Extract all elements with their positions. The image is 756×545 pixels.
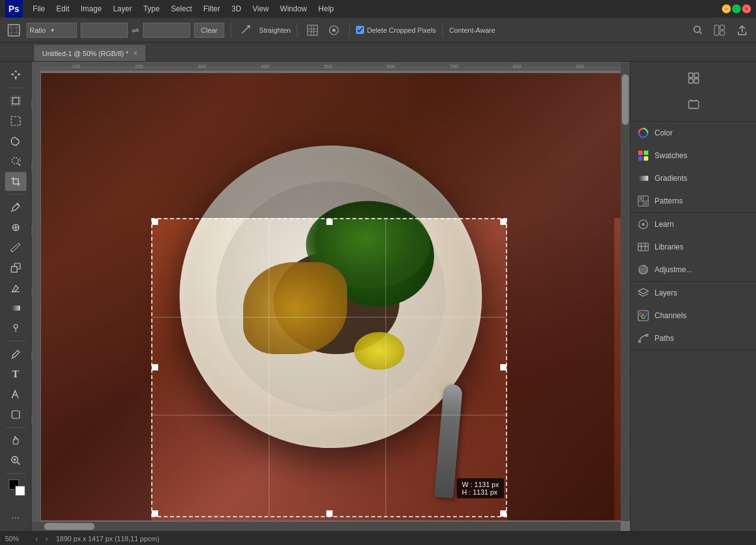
panel-icon-properties[interactable] — [681, 66, 706, 91]
brush-tool[interactable] — [5, 238, 26, 257]
menu-type[interactable]: Type — [138, 3, 164, 14]
svg-rect-12 — [720, 25, 724, 30]
vertical-scroll-thumb[interactable] — [622, 74, 629, 125]
nav-prev-button[interactable]: ‹ — [32, 534, 41, 543]
menu-view[interactable]: View — [248, 3, 274, 14]
panel-item-channels[interactable]: Channels — [631, 304, 756, 327]
left-toolbar: T — [0, 62, 32, 531]
panel-item-paths[interactable]: Paths — [631, 327, 756, 350]
svg-text:700: 700 — [450, 64, 459, 69]
swap-dimensions-button[interactable]: ⇌ — [132, 25, 139, 35]
panel-item-libraries[interactable]: Libraries — [631, 236, 756, 258]
crop-handle-ml[interactable] — [152, 364, 158, 370]
panel-item-patterns[interactable]: Patterns — [631, 190, 756, 212]
delete-cropped-checkbox[interactable] — [356, 26, 364, 34]
quick-select-tool[interactable] — [5, 152, 26, 171]
patterns-icon — [637, 195, 650, 207]
menu-window[interactable]: Window — [275, 3, 312, 14]
right-panel: Color Swatches — [630, 62, 756, 531]
options-bar: Ratio ▾ ⇌ Clear Straighten Delete Croppe… — [0, 18, 756, 43]
panel-item-layers[interactable]: Layers — [631, 282, 756, 304]
menu-file[interactable]: File — [28, 3, 50, 14]
horizontal-scroll-thumb[interactable] — [44, 523, 94, 530]
crop-dim-top — [41, 73, 621, 218]
move-tool[interactable] — [5, 66, 26, 84]
panel-icon-bar — [631, 62, 756, 122]
panel-icon-secondary[interactable] — [681, 92, 706, 117]
menu-bar: Ps File Edit Image Layer Type Select Fil… — [0, 0, 756, 18]
libraries-label: Libraries — [655, 243, 684, 251]
svg-rect-82 — [638, 151, 643, 155]
eyedropper-tool[interactable] — [5, 198, 26, 217]
menu-edit[interactable]: Edit — [51, 3, 74, 14]
maximize-button[interactable]: □ — [732, 4, 741, 13]
crop-handle-bm[interactable] — [326, 510, 333, 517]
panel-item-gradients[interactable]: Gradients — [631, 167, 756, 190]
marquee-rect-tool[interactable] — [5, 112, 26, 130]
crop-handle-br[interactable] — [500, 510, 507, 517]
straighten-icon[interactable] — [238, 21, 255, 39]
menu-3d[interactable]: 3D — [226, 3, 246, 14]
shape-tool[interactable] — [5, 405, 26, 424]
crop-tool[interactable] — [5, 172, 26, 191]
dodge-tool[interactable] — [5, 319, 26, 338]
width-input[interactable] — [81, 23, 128, 38]
layout-button[interactable] — [711, 21, 728, 39]
height-input[interactable] — [143, 23, 190, 38]
artboard-tool[interactable] — [5, 91, 26, 110]
protein — [243, 262, 346, 354]
menu-layer[interactable]: Layer — [108, 3, 137, 14]
more-tools-button[interactable]: ··· — [5, 508, 26, 527]
svg-text:500: 500 — [324, 64, 333, 69]
nav-next-button[interactable]: › — [42, 534, 51, 543]
crop-handle-tr[interactable] — [500, 219, 507, 225]
path-select-tool[interactable] — [5, 385, 26, 404]
tab-close-button[interactable]: × — [134, 50, 137, 57]
horizontal-scrollbar[interactable] — [32, 522, 621, 531]
crop-dim-left — [41, 218, 151, 520]
svg-marker-99 — [638, 289, 648, 294]
menu-image[interactable]: Image — [76, 3, 106, 14]
clear-button[interactable]: Clear — [194, 23, 224, 38]
minimize-button[interactable]: − — [722, 4, 731, 13]
panel-content: Color Swatches — [631, 122, 756, 531]
crop-handle-bl[interactable] — [152, 510, 158, 517]
grid-overlay-icon[interactable] — [304, 21, 321, 39]
vertical-scrollbar[interactable] — [621, 62, 630, 521]
text-tool[interactable]: T — [5, 365, 26, 384]
panel-item-learn[interactable]: Learn — [631, 213, 756, 236]
menu-help[interactable]: Help — [313, 3, 339, 14]
document-tab[interactable]: Untitled-1 @ 50% (RGB/8) * × — [34, 45, 146, 61]
pen-tool[interactable] — [5, 345, 26, 364]
crop-handle-tl[interactable] — [152, 219, 158, 225]
share-button[interactable] — [733, 21, 751, 39]
panel-item-swatches[interactable]: Swatches — [631, 144, 756, 167]
eraser-tool[interactable] — [5, 278, 26, 297]
lasso-tool[interactable] — [5, 132, 26, 151]
svg-marker-14 — [11, 70, 21, 80]
tool-separator-2 — [6, 194, 25, 195]
clone-stamp-tool[interactable] — [5, 258, 26, 277]
svg-rect-50 — [12, 411, 20, 418]
svg-rect-0 — [8, 25, 20, 36]
menu-filter[interactable]: Filter — [198, 3, 226, 14]
garnish — [354, 332, 404, 370]
healing-brush-tool[interactable] — [5, 218, 26, 237]
delete-cropped-label[interactable]: Delete Cropped Pixels — [356, 26, 435, 34]
menu-select[interactable]: Select — [166, 3, 197, 14]
gradient-tool[interactable] — [5, 299, 26, 318]
canvas-area[interactable]: 100200300 400500600 700800900 100 200 30… — [32, 62, 630, 531]
panel-item-color[interactable]: Color — [631, 122, 756, 144]
hand-tool[interactable] — [5, 431, 26, 450]
crop-handle-mr[interactable] — [500, 364, 507, 370]
panel-item-adjustments[interactable]: Adjustme... — [631, 258, 756, 281]
photo-container: W : 1131 px H : 1131 px — [41, 73, 621, 520]
background-color[interactable] — [15, 486, 25, 496]
svg-rect-85 — [644, 156, 648, 161]
zoom-tool[interactable] — [5, 451, 26, 470]
search-button[interactable] — [690, 23, 706, 38]
foreground-background-color[interactable] — [5, 477, 26, 501]
ratio-dropdown[interactable]: Ratio ▾ — [26, 23, 77, 38]
crop-settings-icon[interactable] — [325, 21, 343, 39]
close-button[interactable]: × — [742, 4, 751, 13]
